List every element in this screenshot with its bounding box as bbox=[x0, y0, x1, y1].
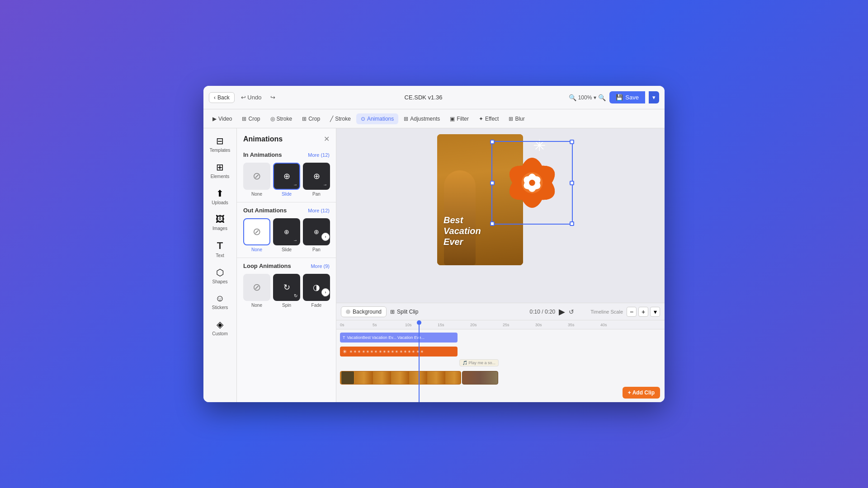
playhead[interactable] bbox=[419, 320, 420, 402]
top-bar-left: ‹ Back ↩ Undo ↪ bbox=[209, 92, 278, 103]
in-anim-pan[interactable]: ⊕ → Pan bbox=[303, 163, 330, 197]
timeline-toolbar: Background ⊞ Split Clip 0:10 / 0:20 ▶ ↺ bbox=[336, 303, 665, 320]
add-clip-button[interactable]: + Add Clip bbox=[623, 387, 660, 399]
add-clip-label: + Add Clip bbox=[628, 389, 655, 396]
tool-adjustments[interactable]: ⊞ Adjustments bbox=[399, 113, 444, 124]
tool-stroke-2[interactable]: ╱ Stroke bbox=[326, 113, 355, 124]
text-label: Text bbox=[216, 253, 224, 258]
sidebar-item-templates[interactable]: ⊟ Templates bbox=[207, 132, 234, 156]
redo-button[interactable]: ↪ bbox=[268, 92, 278, 103]
out-anim-pan-thumb: ⊕ → bbox=[303, 218, 330, 245]
ruler-tick-15s: 15s bbox=[438, 323, 444, 327]
playhead-handle bbox=[417, 320, 421, 325]
out-anim-scroll-button[interactable]: › bbox=[321, 233, 330, 241]
sidebar-item-images[interactable]: 🖼 Images bbox=[207, 211, 234, 235]
adjustments-icon: ⊞ bbox=[404, 116, 408, 122]
sidebar-item-elements[interactable]: ⊞ Elements bbox=[207, 158, 234, 183]
loop-anim-none[interactable]: ⊘ None bbox=[243, 274, 270, 308]
video-segment-2 bbox=[462, 371, 498, 385]
out-anim-slide-label: Slide bbox=[282, 247, 292, 252]
save-dropdown-button[interactable]: ▾ bbox=[649, 91, 659, 103]
canvas[interactable]: ✳ ✳ ✦ Best Vacation Ever bbox=[336, 128, 665, 303]
video-track bbox=[336, 370, 665, 386]
loop-anim-fade-label: Fade bbox=[311, 303, 322, 308]
tool-filter[interactable]: ▣ Filter bbox=[445, 113, 473, 124]
crop2-icon: ⊞ bbox=[302, 116, 307, 122]
ruler-tick-10s: 10s bbox=[405, 323, 412, 327]
tool-crop-2[interactable]: ⊞ Crop bbox=[297, 113, 325, 124]
sidebar-item-text[interactable]: T Text bbox=[207, 236, 234, 262]
tool-bar: ▶ Video ⊞ Crop ◎ Stroke ⊞ Crop ╱ Stroke … bbox=[203, 109, 665, 128]
loop-animations-header: Loop Animations More (9) bbox=[237, 259, 336, 272]
loop-anim-scroll-button[interactable]: › bbox=[321, 288, 330, 296]
tool-video[interactable]: ▶ Video bbox=[208, 113, 236, 124]
loop-animations-more[interactable]: More (9) bbox=[311, 263, 330, 269]
panel-header: Animations ✕ bbox=[237, 128, 336, 148]
zoom-out-button[interactable]: 🔍 bbox=[569, 94, 576, 101]
undo-button[interactable]: ↩ Undo bbox=[238, 92, 264, 103]
loop-anim-spin[interactable]: ↻ ↻ Spin bbox=[273, 274, 300, 308]
app-window: ‹ Back ↩ Undo ↪ CE.SDK v1.36 🔍 100% ▾ 🔍 … bbox=[203, 86, 665, 402]
stickers-icon: ☺ bbox=[215, 293, 224, 304]
custom-icon: ◈ bbox=[217, 319, 223, 330]
in-anim-none-thumb: ⊘ bbox=[243, 163, 270, 190]
in-anim-slide-label: Slide bbox=[282, 192, 292, 197]
in-anim-none[interactable]: ⊘ None bbox=[243, 163, 270, 197]
tool-effect[interactable]: ✦ Effect bbox=[474, 113, 503, 124]
out-animations-title: Out Animations bbox=[243, 207, 287, 214]
sidebar-item-uploads[interactable]: ⬆ Uploads bbox=[207, 184, 234, 209]
text-track-content[interactable]: T VacationBest Vacation Ev... Vacation E… bbox=[340, 333, 458, 343]
split-clip-button[interactable]: ⊞ Split Clip bbox=[390, 309, 418, 315]
out-anim-none[interactable]: ⊘ None bbox=[243, 218, 270, 252]
main-area: ⊟ Templates ⊞ Elements ⬆ Uploads 🖼 Image… bbox=[203, 128, 665, 402]
sidebar-item-stickers[interactable]: ☺ Stickers bbox=[207, 290, 234, 314]
music-track-label-row: 🎵 Play me a so... bbox=[336, 359, 665, 368]
text-track-label: T bbox=[343, 335, 345, 340]
uploads-icon: ⬆ bbox=[216, 188, 224, 199]
in-anim-pan-thumb: ⊕ → bbox=[303, 163, 330, 190]
in-animations-title: In Animations bbox=[243, 151, 282, 158]
stroke1-icon: ◎ bbox=[270, 116, 275, 122]
sidebar-item-custom[interactable]: ◈ Custom bbox=[207, 315, 234, 340]
tool-animations[interactable]: ⊙ Animations bbox=[356, 113, 398, 124]
tool-blur[interactable]: ⊞ Blur bbox=[504, 113, 529, 124]
sticker-track-content[interactable]: ✳ ✳ ✳ ✳ ✳ ✳ ✳ ✳ ✳ ✳ ✳ ✳ ✳ ✳ ✳ ✳ ✳ ✳ ✳ bbox=[340, 347, 458, 357]
panel-close-button[interactable]: ✕ bbox=[324, 135, 330, 143]
out-anim-pan-label: Pan bbox=[312, 247, 321, 252]
save-icon: 💾 bbox=[616, 94, 623, 101]
preview-text-overlay: Best Vacation Ever bbox=[443, 215, 481, 247]
scale-dropdown-button[interactable]: ▾ bbox=[650, 307, 660, 317]
out-anim-none-label: None bbox=[251, 247, 262, 252]
sidebar-item-shapes[interactable]: ⬡ Shapes bbox=[207, 263, 234, 288]
loop-anim-spin-thumb: ↻ ↻ bbox=[273, 274, 300, 301]
filter-icon: ▣ bbox=[450, 116, 455, 122]
top-bar-right: 🔍 100% ▾ 🔍 💾 Save ▾ bbox=[569, 91, 659, 103]
play-button[interactable]: ▶ bbox=[559, 307, 565, 317]
svg-point-13 bbox=[529, 180, 535, 186]
custom-label: Custom bbox=[212, 331, 227, 336]
loop-animations-grid: ⊘ None ↻ ↻ Spin ◑ ↔ Fade bbox=[237, 272, 336, 312]
timeline-body: 0s 5s 10s 15s 20s 25s 30s 35s 40s bbox=[336, 320, 665, 402]
in-animations-more[interactable]: More (12) bbox=[308, 152, 330, 158]
elements-icon: ⊞ bbox=[216, 162, 224, 173]
dropdown-icon: ▾ bbox=[594, 94, 596, 101]
in-anim-slide[interactable]: ⊕ → Slide bbox=[273, 163, 300, 197]
back-button[interactable]: ‹ Back bbox=[209, 92, 235, 103]
animations-panel: Animations ✕ In Animations More (12) ⊘ N… bbox=[237, 128, 336, 402]
zoom-in-button[interactable]: 🔍 bbox=[598, 94, 606, 101]
out-animations-more[interactable]: More (12) bbox=[308, 208, 330, 213]
save-label: Save bbox=[625, 94, 639, 101]
tool-crop-1[interactable]: ⊞ Crop bbox=[237, 113, 264, 124]
replay-button[interactable]: ↺ bbox=[569, 308, 574, 315]
uploads-label: Uploads bbox=[212, 200, 228, 205]
scale-decrease-button[interactable]: − bbox=[627, 307, 637, 317]
flower-element[interactable] bbox=[494, 143, 571, 222]
canvas-content: ✳ ✳ ✦ Best Vacation Ever bbox=[437, 134, 564, 297]
save-button[interactable]: 💾 Save bbox=[609, 91, 645, 103]
out-anim-slide[interactable]: ⊕ → Slide bbox=[273, 218, 300, 252]
replay-icon: ↺ bbox=[569, 308, 574, 315]
images-icon: 🖼 bbox=[216, 214, 225, 225]
background-button[interactable]: Background bbox=[341, 306, 387, 317]
tool-stroke-1[interactable]: ◎ Stroke bbox=[266, 113, 297, 124]
scale-increase-button[interactable]: + bbox=[638, 307, 648, 317]
